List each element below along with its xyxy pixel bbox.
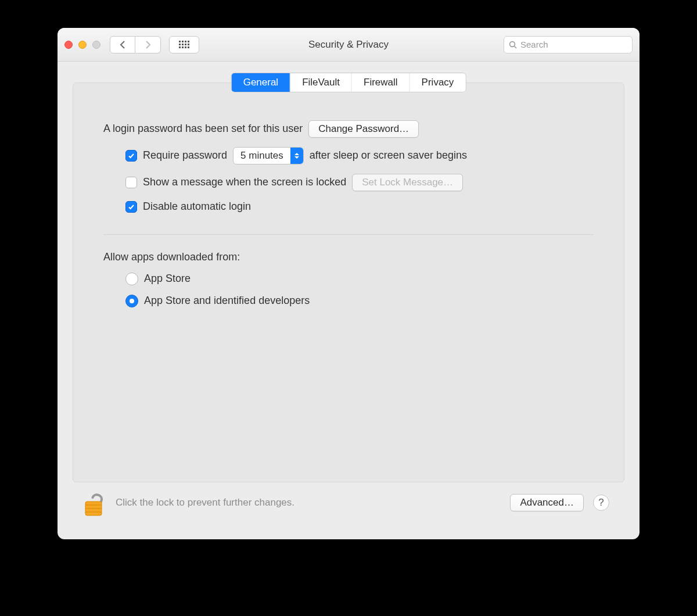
radio-app-store[interactable] [125, 273, 138, 285]
show-all-button[interactable] [169, 36, 199, 53]
svg-point-0 [510, 41, 515, 46]
preferences-window: Security & Privacy Search General FileVa… [58, 28, 639, 539]
stepper-icon [290, 148, 303, 164]
allow-apps-heading: Allow apps downloaded from: [103, 251, 240, 264]
require-password-checkbox[interactable] [125, 150, 137, 162]
show-message-checkbox[interactable] [125, 177, 137, 188]
check-icon [128, 152, 135, 159]
window-controls [64, 41, 100, 49]
zoom-window-button [92, 41, 100, 49]
search-icon [509, 41, 517, 49]
tab-bar: General FileVault Firewall Privacy [231, 73, 466, 92]
check-icon [128, 203, 135, 210]
search-input[interactable]: Search [504, 36, 633, 53]
search-placeholder: Search [520, 40, 548, 49]
radio-app-store-identified[interactable] [125, 295, 138, 307]
change-password-button[interactable]: Change Password… [308, 120, 419, 138]
radio-app-store-identified-label: App Store and identified developers [144, 295, 310, 307]
select-value: 5 minutes [233, 150, 290, 162]
require-password-pre: Require password [143, 149, 227, 162]
close-window-button[interactable] [64, 41, 73, 49]
footer: Click the lock to prevent further change… [73, 482, 624, 529]
tab-filevault[interactable]: FileVault [290, 73, 352, 92]
disable-auto-login-label: Disable automatic login [143, 200, 251, 213]
lock-text: Click the lock to prevent further change… [116, 497, 294, 508]
require-password-post: after sleep or screen saver begins [310, 149, 467, 162]
content-area: General FileVault Firewall Privacy A log… [58, 62, 639, 539]
radio-app-store-label: App Store [144, 273, 191, 285]
tab-firewall[interactable]: Firewall [352, 73, 410, 92]
require-password-delay-select[interactable]: 5 minutes [233, 147, 304, 164]
set-lock-message-button: Set Lock Message… [352, 174, 463, 191]
nav-group [110, 36, 199, 53]
lock-icon[interactable] [82, 489, 107, 517]
minimize-window-button[interactable] [78, 41, 87, 49]
titlebar: Security & Privacy Search [58, 28, 639, 62]
grid-icon [179, 41, 189, 48]
forward-button[interactable] [135, 36, 161, 53]
svg-line-1 [515, 46, 517, 48]
advanced-button[interactable]: Advanced… [510, 494, 584, 511]
tab-privacy[interactable]: Privacy [410, 73, 466, 92]
disable-auto-login-checkbox[interactable] [125, 201, 137, 213]
help-button[interactable]: ? [593, 495, 609, 511]
divider [103, 234, 594, 235]
tab-general[interactable]: General [232, 73, 290, 92]
login-password-text: A login password has been set for this u… [103, 123, 303, 135]
show-message-label: Show a message when the screen is locked [143, 176, 346, 189]
back-button[interactable] [110, 36, 135, 53]
settings-panel: General FileVault Firewall Privacy A log… [73, 83, 624, 482]
